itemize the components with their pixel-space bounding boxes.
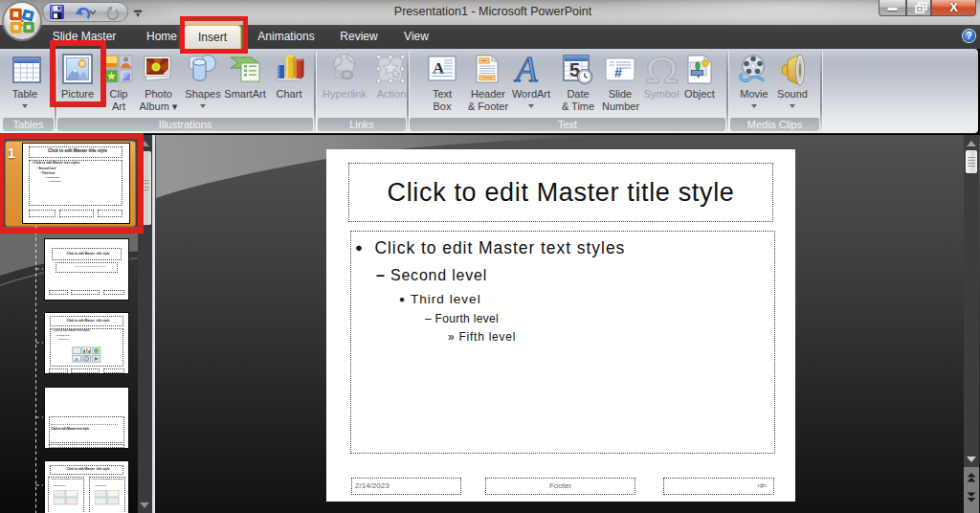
svg-text:A: A bbox=[513, 50, 538, 89]
svg-text:#: # bbox=[614, 65, 622, 80]
svg-text:A: A bbox=[433, 59, 445, 78]
